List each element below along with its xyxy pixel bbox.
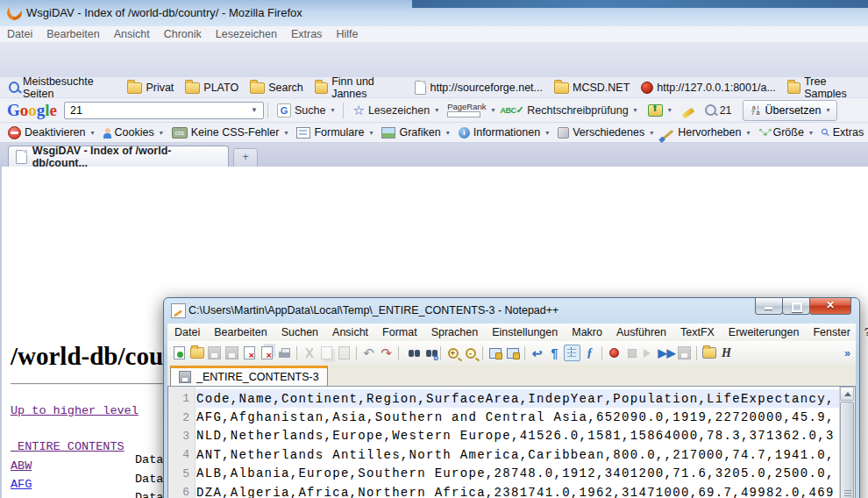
print-icon[interactable]	[276, 345, 293, 361]
npp-menu-ausfuehren[interactable]: Ausführen	[609, 326, 673, 338]
toolbar-overflow-icon[interactable]: »	[844, 347, 850, 359]
undo-icon[interactable]: ↶	[360, 345, 377, 361]
indent-guide-icon[interactable]	[564, 345, 580, 361]
function-completion-icon[interactable]: ƒ	[581, 345, 598, 361]
show-all-chars-icon[interactable]: ¶	[546, 345, 563, 361]
editor-line[interactable]: 3 NLD,Netherlands,Europe,Western Europe,…	[168, 427, 840, 445]
editor-line[interactable]: 2 AFG,Afghanistan,Asia,Southern and Cent…	[168, 408, 840, 426]
menu-chronik[interactable]: Chronik	[157, 26, 209, 42]
npp-menu-format[interactable]: Format	[375, 326, 424, 338]
webdev-cookies[interactable]: Cookies▾	[101, 126, 166, 139]
line-text[interactable]: DZA,Algeria,Africa,Northern Africa,23817…	[196, 483, 840, 498]
sync-horizontal-scroll-icon[interactable]	[504, 345, 521, 361]
macro-run-multiple-icon[interactable]: ▶▶	[658, 345, 675, 361]
bookmark-privat[interactable]: Privat	[124, 80, 177, 95]
line-text[interactable]: NLD,Netherlands,Europe,Western Europe,41…	[196, 427, 840, 445]
find-icon[interactable]	[402, 345, 419, 361]
line-text[interactable]: Code,Name,Continent,Region,SurfaceArea,I…	[196, 389, 840, 408]
bookmark-mcsd-net[interactable]: MCSD.NET	[551, 80, 633, 95]
menu-ansicht[interactable]: Ansicht	[107, 26, 157, 42]
spellcheck-button[interactable]: ABCRechtschreibprüfung▾	[495, 104, 643, 117]
google-bookmarks-button[interactable]: ☆Lesezeichen▾	[347, 104, 444, 117]
editor-line[interactable]: 5 ALB,Albania,Europe,Southern Europe,287…	[168, 465, 840, 483]
bookmark-finn-und-jannes[interactable]: Finn und Jannes	[311, 75, 408, 101]
notepad-editor[interactable]: 1 Code,Name,Continent,Region,SurfaceArea…	[167, 386, 856, 498]
doc-switcher-icon[interactable]	[701, 345, 717, 361]
zoom-out-icon[interactable]: -	[462, 345, 479, 361]
tab-wsgidav[interactable]: WsgiDAV - Index of /world-db/count...	[8, 146, 229, 167]
webdev-verschiedenes[interactable]: Verschiedenes▾	[555, 126, 656, 139]
menu-lesezeichen[interactable]: Lesezeichen	[209, 26, 284, 42]
menu-bearbeiten[interactable]: Bearbeiten	[39, 26, 106, 42]
menu-hilfe[interactable]: Hilfe	[329, 26, 365, 42]
zoom-in-icon[interactable]: +	[445, 345, 461, 361]
bookmark-meistbesuchte-seiten[interactable]: Meistbesuchte Seiten	[5, 75, 119, 101]
npp-menu-makro[interactable]: Makro	[565, 326, 609, 338]
macro-stop-icon[interactable]	[623, 345, 640, 361]
npp-menu-fenster[interactable]: Fenster	[806, 326, 857, 338]
cut-icon[interactable]	[301, 345, 317, 361]
menu-datei[interactable]: Datei	[0, 26, 39, 42]
webdev-hervorheben[interactable]: Hervorheben▾	[659, 126, 752, 139]
up-to-higher-level-link[interactable]: Up to higher level	[11, 404, 139, 417]
npp-menu-help[interactable]: ?	[857, 326, 868, 338]
replace-icon[interactable]	[420, 345, 437, 361]
pagerank-indicator[interactable]: PageRank	[444, 103, 489, 117]
macro-play-icon[interactable]	[641, 345, 658, 361]
macro-record-icon[interactable]	[606, 345, 623, 361]
npp-menu-bearbeiten[interactable]: Bearbeiten	[207, 326, 274, 338]
word-wrap-icon[interactable]: ↩	[529, 345, 545, 361]
npp-menu-sprachen[interactable]: Sprachen	[424, 326, 486, 338]
bookmark-tree-samples[interactable]: Tree Samples	[784, 75, 868, 101]
new-file-icon[interactable]	[171, 345, 188, 361]
webdev-extras[interactable]: ⚲Extras▾	[819, 126, 868, 139]
open-file-icon[interactable]	[189, 345, 205, 361]
macro-save-icon[interactable]	[676, 345, 693, 361]
npp-menu-textfx[interactable]: TextFX	[673, 326, 722, 338]
translate-button[interactable]: a í7 ä Übersetzen▾	[743, 100, 837, 121]
bookmark-plato[interactable]: PLATO	[181, 80, 242, 95]
editor-line[interactable]: 6 DZA,Algeria,Africa,Northern Africa,238…	[168, 483, 840, 498]
npp-menu-datei[interactable]: Datei	[167, 326, 207, 338]
google-search-button[interactable]: GSuche▾	[272, 103, 339, 117]
copy-icon[interactable]	[318, 345, 335, 361]
word-find-button[interactable]: 21	[700, 104, 737, 117]
save-all-icon[interactable]	[224, 345, 240, 361]
close-icon[interactable]	[241, 345, 258, 361]
minimize-button[interactable]	[755, 298, 783, 315]
bookmark-search[interactable]: Search	[246, 80, 307, 95]
bookmark-sourceforge[interactable]: http://sourceforge.net...	[411, 80, 546, 96]
send-to-button[interactable]: ▾	[643, 104, 677, 117]
bookmark-127-0-0-1-8001[interactable]: http://127.0.0.1:8001/a...	[637, 81, 779, 95]
scroll-up-arrow[interactable]	[840, 387, 854, 401]
google-query-text[interactable]: 21	[70, 104, 82, 117]
editor-line[interactable]: 4 ANT,Netherlands Antilles,North America…	[168, 445, 840, 464]
npp-menu-erweiterungen[interactable]: Erweiterungen	[722, 326, 807, 338]
webdev-formulare[interactable]: Formulare▾	[294, 126, 375, 139]
line-text[interactable]: ANT,Netherlands Antilles,North America,C…	[196, 445, 840, 464]
npp-tab-entire-contents[interactable]: _ENTIRE_CONTENTS-3	[170, 366, 328, 386]
paste-icon[interactable]	[336, 345, 352, 361]
webdev-informationen[interactable]: iInformationen▾	[456, 126, 551, 139]
webdev-css[interactable]: cssKeine CSS-Fehler▾	[169, 126, 291, 139]
menu-extras[interactable]: Extras	[284, 26, 329, 42]
line-text[interactable]: ALB,Albania,Europe,Southern Europe,28748…	[196, 465, 840, 483]
restore-button[interactable]	[782, 298, 810, 315]
new-tab-button[interactable]: +	[233, 148, 258, 167]
redo-icon[interactable]: ↷	[378, 345, 395, 361]
editor-line[interactable]: 1 Code,Name,Continent,Region,SurfaceArea…	[168, 389, 840, 408]
npp-menu-suchen[interactable]: Suchen	[274, 326, 325, 338]
scrollbar-thumb[interactable]	[840, 402, 854, 498]
line-text[interactable]: AFG,Afghanistan,Asia,Southern and Centra…	[196, 408, 840, 426]
vertical-scrollbar[interactable]	[839, 387, 855, 498]
html-preview-icon[interactable]: H	[718, 345, 735, 361]
webdev-grafiken[interactable]: Grafiken▾	[379, 126, 452, 139]
npp-menu-ansicht[interactable]: Ansicht	[325, 326, 375, 338]
close-all-icon[interactable]	[259, 345, 275, 361]
highlighter-button[interactable]	[677, 105, 700, 116]
sync-vertical-scroll-icon[interactable]	[487, 345, 503, 361]
save-icon[interactable]	[206, 345, 223, 361]
google-search-input[interactable]: 21 ▼	[64, 102, 264, 119]
chevron-down-icon[interactable]: ▼	[251, 106, 258, 114]
close-button[interactable]: ✕	[809, 298, 851, 315]
